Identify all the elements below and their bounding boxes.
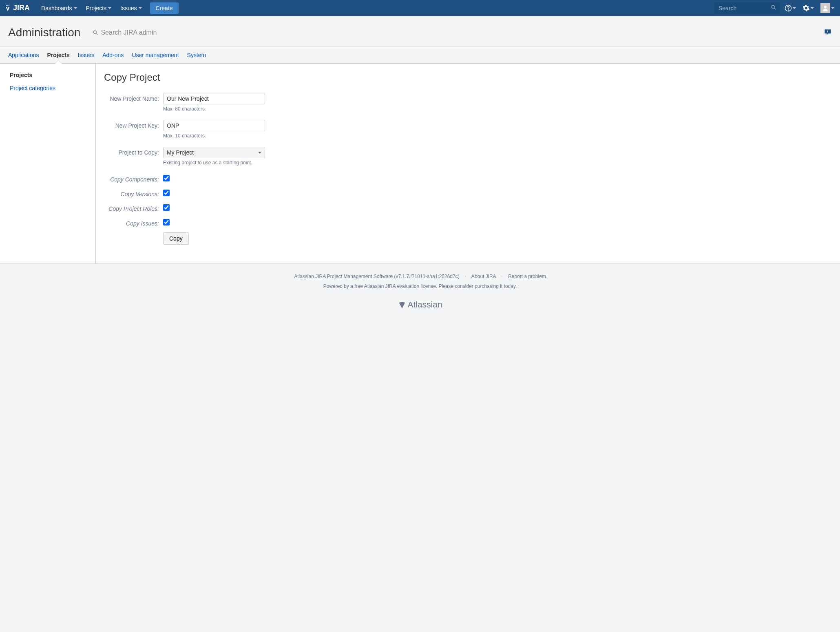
- sidebar: Projects Project categories: [0, 64, 96, 263]
- hint-project-key: Max. 10 characters.: [163, 133, 265, 139]
- page-area-title: Administration: [8, 26, 80, 39]
- user-icon: [822, 4, 829, 12]
- footer-product: Atlassian JIRA Project Management Softwa…: [294, 274, 460, 279]
- svg-point-2: [9, 5, 9, 6]
- settings-menu[interactable]: [801, 3, 816, 13]
- footer-license: Powered by a free Atlassian JIRA evaluat…: [8, 283, 832, 289]
- tab-system[interactable]: System: [187, 47, 206, 63]
- row-submit: Copy: [104, 232, 832, 245]
- search-icon: [93, 30, 98, 35]
- tab-applications[interactable]: Applications: [8, 47, 39, 63]
- caret-down-icon: [108, 7, 111, 9]
- nav-issues[interactable]: Issues: [116, 2, 146, 14]
- nav-items: Dashboards Projects Issues Create: [37, 2, 179, 14]
- top-nav: JIRA Dashboards Projects Issues Create: [0, 0, 840, 16]
- jira-logo[interactable]: JIRA: [4, 4, 30, 12]
- tab-projects[interactable]: Projects: [47, 47, 70, 63]
- feedback-icon[interactable]: [824, 28, 832, 38]
- nav-dashboards[interactable]: Dashboards: [37, 2, 81, 14]
- topnav-right: [714, 2, 836, 15]
- svg-point-0: [6, 5, 7, 6]
- label-project-name: New Project Name:: [104, 93, 163, 102]
- admin-tabs: Applications Projects Issues Add-ons Use…: [0, 47, 840, 64]
- brand-text: JIRA: [13, 4, 30, 12]
- admin-header: Administration Search JIRA admin: [0, 16, 840, 47]
- row-project-name: New Project Name: Max. 80 characters.: [104, 93, 832, 117]
- row-project-key: New Project Key: Max. 10 characters.: [104, 120, 832, 144]
- gear-icon: [802, 4, 810, 12]
- atlassian-logo[interactable]: Atlassian: [8, 300, 832, 309]
- row-copy-components: Copy Components:: [104, 174, 832, 183]
- content: Copy Project New Project Name: Max. 80 c…: [96, 64, 840, 263]
- profile-menu[interactable]: [819, 2, 836, 15]
- hint-project-name: Max. 80 characters.: [163, 106, 265, 112]
- help-icon: [785, 4, 792, 12]
- help-menu[interactable]: [783, 3, 798, 13]
- footer: Atlassian JIRA Project Management Softwa…: [0, 263, 840, 326]
- global-search-input[interactable]: [714, 2, 780, 14]
- svg-point-1: [7, 5, 8, 6]
- create-button[interactable]: Create: [150, 2, 179, 14]
- row-copy-issues: Copy Issues:: [104, 218, 832, 227]
- row-copy-roles: Copy Project Roles:: [104, 203, 832, 212]
- row-copy-versions: Copy Versions:: [104, 188, 832, 197]
- page-title: Copy Project: [104, 72, 832, 83]
- label-copy-components: Copy Components:: [104, 174, 163, 183]
- caret-down-icon: [74, 7, 77, 9]
- admin-search-placeholder: Search JIRA admin: [101, 29, 157, 36]
- caret-down-icon: [831, 7, 834, 9]
- svg-point-7: [824, 6, 827, 8]
- hint-project-to-copy: Existing project to use as a starting po…: [163, 160, 265, 166]
- label-copy-roles: Copy Project Roles:: [104, 203, 163, 212]
- footer-line-1: Atlassian JIRA Project Management Softwa…: [8, 274, 832, 279]
- label-copy-issues: Copy Issues:: [104, 218, 163, 227]
- input-project-name[interactable]: [163, 93, 265, 104]
- tab-issues[interactable]: Issues: [78, 47, 94, 63]
- copy-button[interactable]: Copy: [163, 232, 189, 245]
- footer-report-link[interactable]: Report a problem: [508, 274, 546, 279]
- checkbox-copy-issues[interactable]: [163, 219, 170, 225]
- svg-line-9: [96, 33, 98, 35]
- nav-projects[interactable]: Projects: [82, 2, 116, 14]
- label-project-key: New Project Key:: [104, 120, 163, 129]
- row-project-to-copy: Project to Copy: My Project Existing pro…: [104, 147, 832, 171]
- sidebar-link-project-categories[interactable]: Project categories: [10, 83, 86, 93]
- caret-down-icon: [793, 7, 796, 9]
- sidebar-heading: Projects: [10, 72, 86, 78]
- admin-search[interactable]: Search JIRA admin: [93, 29, 157, 36]
- jira-icon: [4, 4, 11, 12]
- svg-point-8: [94, 31, 97, 33]
- main: Projects Project categories Copy Project…: [0, 64, 840, 263]
- caret-down-icon: [139, 7, 142, 9]
- footer-about-link[interactable]: About JIRA: [471, 274, 496, 279]
- label-project-to-copy: Project to Copy:: [104, 147, 163, 156]
- chevron-down-icon: [258, 152, 261, 154]
- select-value: My Project: [167, 149, 194, 156]
- caret-down-icon: [811, 7, 814, 9]
- svg-rect-10: [827, 30, 828, 32]
- global-search-wrap: [714, 2, 780, 14]
- tab-user-management[interactable]: User management: [132, 47, 179, 63]
- checkbox-copy-versions[interactable]: [163, 190, 170, 196]
- input-project-key[interactable]: [163, 120, 265, 131]
- atlassian-icon: [398, 300, 407, 309]
- svg-rect-11: [827, 32, 828, 33]
- tab-addons[interactable]: Add-ons: [102, 47, 124, 63]
- checkbox-copy-components[interactable]: [163, 175, 170, 181]
- label-copy-versions: Copy Versions:: [104, 188, 163, 197]
- checkbox-copy-roles[interactable]: [163, 204, 170, 211]
- avatar: [820, 3, 830, 13]
- svg-point-6: [788, 9, 788, 10]
- select-project-to-copy[interactable]: My Project: [163, 147, 265, 158]
